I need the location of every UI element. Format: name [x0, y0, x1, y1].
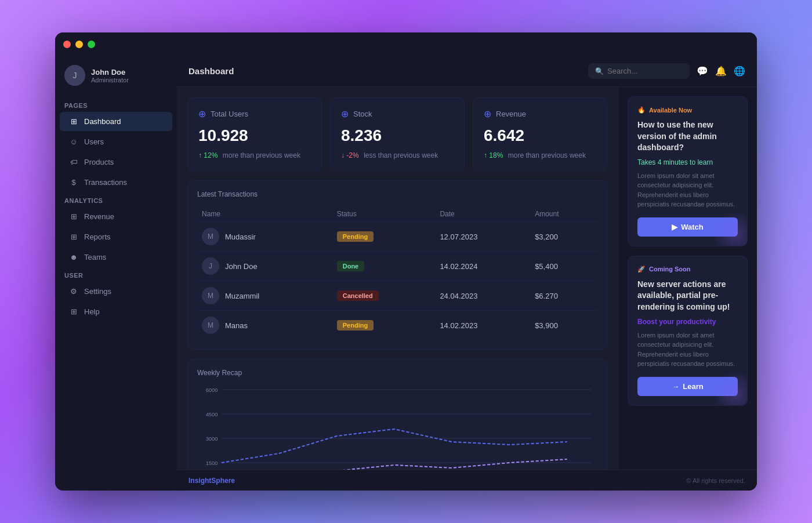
sidebar-item-products[interactable]: 🏷 Products	[60, 152, 172, 172]
stat-change-users: 12%	[198, 151, 217, 159]
stat-label-stock: Stock	[353, 110, 372, 118]
row-avatar: J	[202, 257, 219, 275]
teams-icon: ☻	[69, 253, 78, 262]
footer-brand: InsightSphere	[188, 477, 235, 485]
sidebar-item-transactions[interactable]: $ Transactions	[60, 173, 172, 192]
footer: InsightSphere © All rights reserved.	[177, 470, 757, 491]
status-badge: Cancelled	[337, 290, 379, 301]
td-status: Cancelled	[332, 281, 436, 311]
sidebar-item-teams[interactable]: ☻ Teams	[60, 248, 172, 267]
section-label-analytics: Analytics	[55, 193, 177, 206]
transactions-section: Latest Transactions Name Status Date Amo…	[187, 180, 607, 350]
sidebar-item-reports[interactable]: ⊞ Reports	[60, 227, 172, 246]
stat-label-users: Total Users	[211, 110, 248, 118]
td-amount: $5,400	[530, 252, 597, 281]
td-amount: $6.270	[530, 281, 597, 311]
stat-card-users: ⊕ Total Users 10.928 12% more than previ…	[187, 97, 322, 171]
main-content: ⊕ Total Users 10.928 12% more than previ…	[177, 87, 618, 470]
right-panel: 🔥 Available Now How to use the new versi…	[618, 87, 757, 470]
sidebar-item-label: Dashboard	[84, 117, 121, 126]
watch-button[interactable]: ▶ Watch	[637, 217, 738, 237]
svg-text:6000: 6000	[206, 387, 218, 393]
sidebar-item-label: Settings	[84, 287, 111, 296]
transactions-title: Latest Transactions	[197, 190, 597, 198]
td-status: Pending	[332, 222, 436, 252]
maximize-button[interactable]	[88, 41, 95, 48]
globe-icon[interactable]: 🌐	[734, 66, 745, 77]
sidebar-item-label: Products	[84, 158, 114, 166]
chat-icon[interactable]: 💬	[697, 66, 708, 77]
table-row: M Muzammil Cancelled 24.04.2023 $6.270	[197, 281, 597, 311]
content-area: ⊕ Total Users 10.928 12% more than previ…	[177, 87, 757, 470]
minimize-button[interactable]	[75, 41, 83, 48]
chart-container: 6000 4500 3000 1500 0 Sun	[197, 384, 597, 470]
learn-label: Learn	[683, 382, 703, 391]
td-status: Done	[332, 252, 436, 281]
svg-text:3000: 3000	[206, 436, 218, 442]
table-row: M Mudassir Pending 12.07.2023 $3,200	[197, 222, 597, 252]
app-window: J John Doe Administrator Pages ⊞ Dashboa…	[55, 32, 757, 491]
footer-copyright: © All rights reserved.	[686, 477, 745, 484]
td-name: J John Doe	[197, 252, 332, 281]
sidebar-item-settings[interactable]: ⚙ Settings	[60, 282, 172, 301]
watch-label: Watch	[681, 223, 704, 231]
row-name: Mudassir	[225, 233, 256, 241]
promo-tag-available: 🔥 Available Now	[637, 106, 738, 114]
stat-value-users: 10.928	[198, 126, 311, 145]
user-role: Administrator	[91, 77, 129, 83]
search-box[interactable]: 🔍	[588, 63, 690, 79]
sidebar-item-label: Help	[84, 307, 100, 316]
settings-icon: ⚙	[69, 287, 78, 296]
click-line	[222, 459, 567, 470]
row-avatar: M	[202, 287, 219, 304]
transactions-table: Name Status Date Amount M Mudassir	[197, 206, 597, 340]
section-label-user: User	[55, 267, 177, 281]
header-right: 🔍 💬 🔔 🌐	[588, 63, 745, 79]
learn-icon: →	[672, 382, 679, 391]
row-name: John Doe	[225, 262, 258, 271]
reports-icon: ⊞	[69, 233, 78, 241]
stat-icon-revenue: ⊕	[484, 108, 491, 119]
col-status: Status	[332, 206, 436, 222]
search-input[interactable]	[607, 67, 683, 75]
learn-button[interactable]: → Learn	[637, 377, 738, 396]
promo-title-coming-soon: New server actions are available, partia…	[637, 279, 738, 313]
stat-value-stock: 8.236	[341, 126, 454, 145]
stat-card-stock: ⊕ Stock 8.236 -2% less than previous wee…	[330, 97, 465, 171]
td-name: M Mudassir	[197, 222, 332, 252]
visit-line	[222, 429, 567, 463]
avatar: J	[64, 65, 85, 86]
watch-icon: ▶	[672, 223, 677, 231]
promo-boost-label: Boost your productivity	[637, 318, 738, 326]
stat-label-revenue: Revenue	[496, 110, 526, 118]
sidebar-item-help[interactable]: ⊞ Help	[60, 302, 172, 321]
products-icon: 🏷	[69, 158, 78, 166]
sidebar-item-users[interactable]: ☺ Users	[60, 132, 172, 151]
table-row: J John Doe Done 14.02.2024 $5,400	[197, 252, 597, 281]
svg-text:4500: 4500	[206, 412, 218, 417]
table-row: M Manas Pending 14.02.2023 $3,900	[197, 311, 597, 340]
td-amount: $3,900	[530, 311, 597, 340]
dashboard-icon: ⊞	[69, 117, 78, 126]
revenue-icon: ⊞	[69, 212, 78, 221]
stat-change-revenue: 18%	[484, 151, 503, 159]
status-badge: Done	[337, 261, 365, 271]
sidebar-item-revenue[interactable]: ⊞ Revenue	[60, 207, 172, 226]
chart-title: Weekly Recap	[197, 369, 597, 377]
sidebar-item-dashboard[interactable]: ⊞ Dashboard	[60, 112, 172, 131]
transactions-icon: $	[69, 178, 78, 187]
chart-section: Weekly Recap 6000 450	[187, 359, 607, 470]
td-name: M Muzammil	[197, 281, 332, 311]
td-amount: $3,200	[530, 222, 597, 252]
stat-change-text-users: more than previous week	[223, 151, 300, 159]
sidebar-item-label: Reports	[84, 233, 111, 241]
notification-icon[interactable]: 🔔	[715, 66, 727, 77]
promo-body-available: Lorem ipsum dolor sit amet consectetur a…	[637, 171, 738, 209]
td-date: 24.04.2023	[435, 281, 530, 311]
section-label-pages: Pages	[55, 97, 177, 111]
main-area: Dashboard 🔍 💬 🔔 🌐	[177, 56, 757, 491]
td-date: 14.02.2023	[435, 311, 530, 340]
close-button[interactable]	[63, 41, 71, 48]
app-body: J John Doe Administrator Pages ⊞ Dashboa…	[55, 56, 757, 491]
stat-change-stock: -2%	[341, 151, 359, 159]
